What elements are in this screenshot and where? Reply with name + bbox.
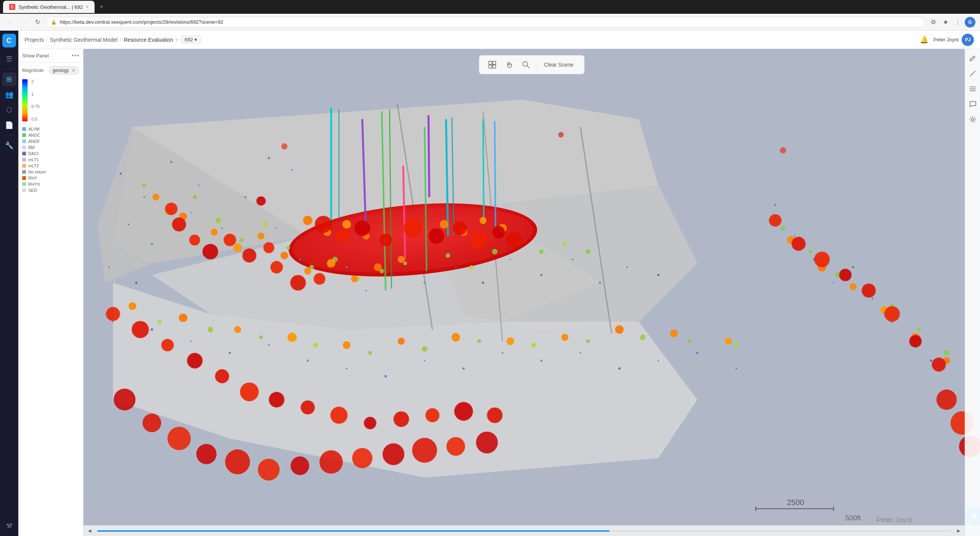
chat-bubble-icon[interactable] <box>967 98 979 110</box>
extensions-btn[interactable]: ⚙ <box>928 17 939 28</box>
svg-point-211 <box>558 132 564 137</box>
viewport-hand-btn[interactable] <box>502 58 516 72</box>
version-badge[interactable]: 692 ▾ <box>181 36 201 44</box>
right-tools-panel <box>965 49 980 536</box>
active-tab[interactable]: C Synthetic Geothermal... | 692 × <box>3 1 95 13</box>
sidebar-users-icon[interactable]: 👥 <box>2 88 16 101</box>
legend-panel: Magnitude geology × 2 <box>18 62 83 536</box>
sidebar-divider-1 <box>3 69 15 69</box>
svg-point-168 <box>172 217 186 232</box>
geology-tab-close[interactable]: × <box>72 67 75 74</box>
workspace: Show Panel ••• Magnitude geology × <box>18 49 980 536</box>
svg-point-188 <box>106 307 120 321</box>
nav-bar: ← → ↻ 🔒 https://beta.dev.central.seequen… <box>0 14 980 31</box>
svg-point-109 <box>586 249 590 254</box>
gear-settings-icon[interactable] <box>967 113 979 126</box>
legend-label-noreturn: No return <box>28 170 46 174</box>
clear-scene-button[interactable]: Clear Scene <box>539 59 578 70</box>
svg-point-85 <box>833 282 835 284</box>
tab-close-btn[interactable]: × <box>86 4 88 10</box>
3d-viewport[interactable]: Clear Scene <box>83 49 980 536</box>
panel-settings-icon[interactable] <box>967 83 979 95</box>
show-panel-btn[interactable]: Show Panel <box>22 53 49 59</box>
legend-label-bm: BM <box>28 145 35 150</box>
svg-point-190 <box>161 339 174 351</box>
svg-point-209 <box>932 358 946 372</box>
svg-point-50 <box>276 227 277 229</box>
list-item: mLT1 <box>22 157 79 163</box>
svg-point-87 <box>872 297 873 299</box>
svg-point-222 <box>382 443 404 465</box>
svg-point-195 <box>301 400 315 415</box>
tab-favicon: C <box>9 4 15 10</box>
draw-pencil-icon[interactable] <box>967 52 979 64</box>
hamburger-menu-icon[interactable]: ☰ <box>2 52 16 66</box>
svg-point-59 <box>510 258 511 260</box>
toolbar-separator <box>536 60 536 69</box>
breadcrumb-projects[interactable]: Projects <box>24 37 44 43</box>
svg-point-207 <box>884 306 900 322</box>
color-scale-labels: 2 1 0.75 0.5 <box>31 79 39 121</box>
legend-label-daci: DACI <box>28 151 38 156</box>
svg-point-124 <box>808 250 812 253</box>
svg-point-189 <box>132 321 149 338</box>
forward-btn[interactable]: → <box>18 17 29 28</box>
color-scale-row: 2 1 0.75 0.5 <box>22 79 79 121</box>
svg-point-224 <box>446 437 465 456</box>
svg-point-197 <box>364 417 376 430</box>
svg-point-115 <box>368 351 372 355</box>
refresh-btn[interactable]: ↻ <box>32 17 43 28</box>
color-scale-bar <box>22 79 28 121</box>
sidebar-files-icon[interactable]: 📄 <box>2 118 16 132</box>
svg-point-177 <box>314 273 325 285</box>
more-btn[interactable]: ⋮ <box>952 17 963 28</box>
panel-header: Show Panel ••• <box>18 49 83 62</box>
svg-point-219 <box>291 456 309 475</box>
app-logo[interactable]: C <box>2 34 16 47</box>
panel-menu-dots[interactable]: ••• <box>72 52 79 59</box>
back-btn[interactable]: ← <box>5 17 15 28</box>
svg-point-120 <box>640 335 645 340</box>
svg-point-12 <box>972 118 974 121</box>
svg-point-102 <box>403 261 407 265</box>
timeline-label: ◀ <box>88 528 91 533</box>
sidebar-bottom-icon[interactable]: ⚒ <box>2 519 16 533</box>
svg-point-114 <box>313 343 318 347</box>
new-tab-btn[interactable]: + <box>96 2 107 12</box>
svg-point-81 <box>735 368 737 369</box>
legend-color-mlt1 <box>22 158 26 162</box>
bookmarks-btn[interactable]: ★ <box>940 17 951 28</box>
address-bar[interactable]: 🔒 https://beta.dev.central.seequent.com/… <box>46 17 925 28</box>
timeline-track[interactable] <box>97 530 951 532</box>
notification-bell-icon[interactable]: 🔔 <box>918 34 930 46</box>
svg-point-91 <box>142 183 146 187</box>
svg-point-147 <box>480 217 487 224</box>
svg-point-95 <box>240 238 243 242</box>
svg-point-223 <box>412 438 437 463</box>
legend-color-noreturn <box>22 170 26 174</box>
svg-point-41 <box>151 243 153 245</box>
svg-point-217 <box>225 449 250 474</box>
sidebar-layers-icon[interactable]: ⊞ <box>2 72 16 86</box>
svg-point-77 <box>580 352 581 354</box>
ruler-icon[interactable] <box>967 67 979 80</box>
sidebar-tools-icon[interactable]: 🔧 <box>2 139 16 152</box>
svg-point-180 <box>354 221 370 236</box>
svg-point-130 <box>152 194 159 201</box>
breadcrumb-model[interactable]: Synthetic Geothermal Model <box>50 37 118 43</box>
svg-rect-3 <box>493 65 496 68</box>
svg-point-206 <box>862 284 876 298</box>
geology-tab[interactable]: geology × <box>49 66 79 75</box>
list-item: RHYX <box>22 181 79 187</box>
svg-point-42 <box>108 266 110 268</box>
svg-point-182 <box>403 219 422 238</box>
svg-point-60 <box>540 274 542 276</box>
user-avatar[interactable]: PJ <box>962 34 974 46</box>
viewport-search-btn[interactable] <box>519 58 533 72</box>
svg-point-75 <box>502 352 503 354</box>
svg-point-133 <box>234 243 242 252</box>
svg-point-83 <box>794 235 795 237</box>
sidebar-objects-icon[interactable]: ⬡ <box>2 103 16 117</box>
viewport-grid-btn[interactable] <box>485 58 499 72</box>
profile-btn[interactable]: G <box>965 17 975 28</box>
